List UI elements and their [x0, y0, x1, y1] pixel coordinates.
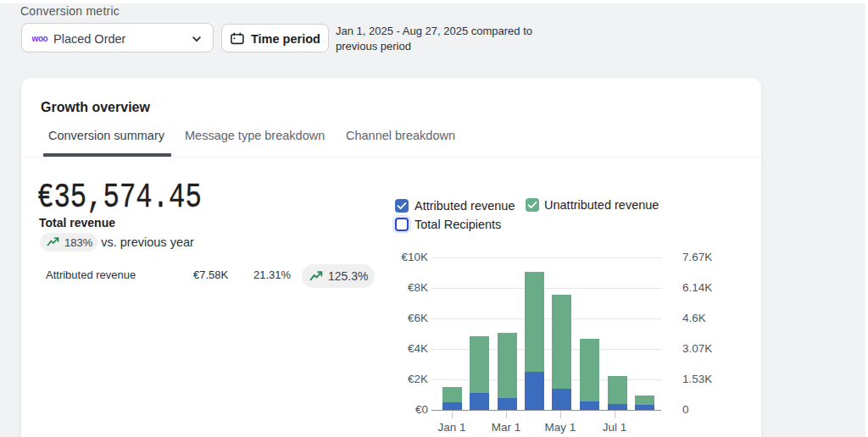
svg-text:woo: woo — [32, 35, 48, 42]
